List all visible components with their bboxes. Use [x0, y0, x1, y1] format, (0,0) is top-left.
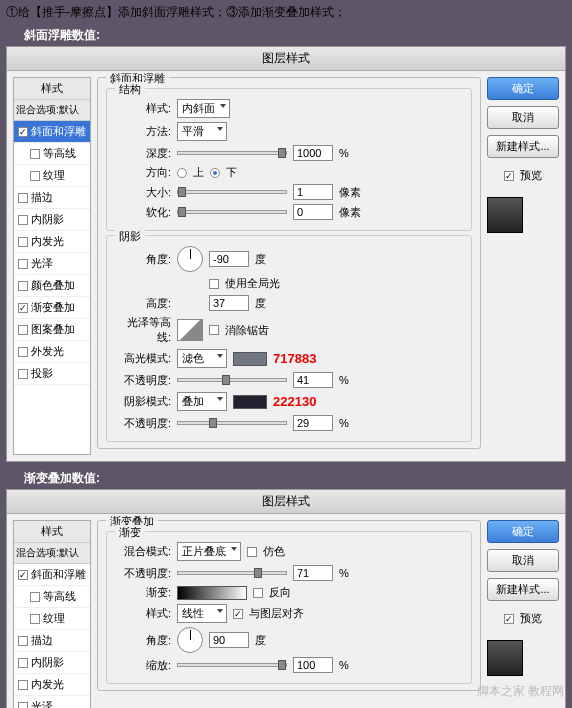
check-icon[interactable]	[18, 325, 28, 335]
style-bevel[interactable]: 斜面和浮雕	[14, 564, 90, 586]
panel2-label: 渐变叠加数值:	[0, 468, 572, 489]
instruction-text: ①给【推手-摩擦点】添加斜面浮雕样式；③添加渐变叠加样式；	[0, 0, 572, 25]
check-icon[interactable]	[18, 127, 28, 137]
style-texture[interactable]: 纹理	[14, 165, 90, 187]
check-icon[interactable]	[18, 259, 28, 269]
shadow-title: 阴影	[115, 229, 145, 244]
style-stroke[interactable]: 描边	[14, 187, 90, 209]
altitude-label: 高度:	[115, 296, 171, 311]
cancel-button[interactable]: 取消	[487, 549, 559, 572]
check-icon[interactable]	[18, 215, 28, 225]
check-icon[interactable]	[18, 237, 28, 247]
angle-dial[interactable]	[177, 246, 203, 272]
size-input[interactable]: 1	[293, 184, 333, 200]
check-icon[interactable]	[30, 149, 40, 159]
altitude-input[interactable]: 37	[209, 295, 249, 311]
global-check[interactable]	[209, 279, 219, 289]
style-drop-shadow[interactable]: 投影	[14, 363, 90, 385]
blend-select[interactable]: 正片叠底	[177, 542, 241, 561]
angle-dial[interactable]	[177, 627, 203, 653]
styles-header[interactable]: 样式	[14, 78, 90, 100]
antialias-check[interactable]	[209, 325, 219, 335]
check-icon[interactable]	[30, 171, 40, 181]
scale-input[interactable]: 100	[293, 657, 333, 673]
new-style-button[interactable]: 新建样式...	[487, 135, 559, 158]
method-select[interactable]: 平滑	[177, 122, 227, 141]
shadow-annot: 222130	[273, 394, 316, 409]
style-inner-glow[interactable]: 内发光	[14, 231, 90, 253]
size-slider[interactable]	[177, 190, 287, 194]
blend-default[interactable]: 混合选项:默认	[14, 543, 90, 564]
radio-up[interactable]	[177, 168, 187, 178]
button-column: 确定 取消 新建样式... 预览	[487, 520, 559, 708]
opacity-slider[interactable]	[177, 571, 287, 575]
bevel-group: 斜面和浮雕 结构 样式:内斜面 方法:平滑 深度:1000% 方向:上下 大小:…	[97, 77, 481, 449]
check-icon[interactable]	[18, 347, 28, 357]
align-check[interactable]	[233, 609, 243, 619]
style-satin[interactable]: 光泽	[14, 253, 90, 275]
shadow-mode-select[interactable]: 叠加	[177, 392, 227, 411]
check-icon[interactable]	[18, 636, 28, 646]
gradient-swatch[interactable]	[177, 586, 247, 600]
angle-input[interactable]: 90	[209, 632, 249, 648]
styles-header[interactable]: 样式	[14, 521, 90, 543]
scale-slider[interactable]	[177, 663, 287, 667]
style-inner-shadow[interactable]: 内阴影	[14, 209, 90, 231]
check-icon[interactable]	[18, 680, 28, 690]
check-icon[interactable]	[18, 570, 28, 580]
gloss-contour[interactable]	[177, 319, 203, 341]
style-pattern-overlay[interactable]: 图案叠加	[14, 319, 90, 341]
style-texture[interactable]: 纹理	[14, 608, 90, 630]
radio-down[interactable]	[210, 168, 220, 178]
opacity-input[interactable]: 71	[293, 565, 333, 581]
preview-check[interactable]	[504, 614, 514, 624]
dither-check[interactable]	[247, 547, 257, 557]
style-outer-glow[interactable]: 外发光	[14, 341, 90, 363]
style-list: 样式 混合选项:默认 斜面和浮雕 等高线 纹理 描边 内阴影 内发光 光泽 颜色…	[13, 77, 91, 455]
style-inner-glow[interactable]: 内发光	[14, 674, 90, 696]
ok-button[interactable]: 确定	[487, 77, 559, 100]
check-icon[interactable]	[18, 369, 28, 379]
style-stroke[interactable]: 描边	[14, 630, 90, 652]
check-icon[interactable]	[18, 281, 28, 291]
style-select[interactable]: 内斜面	[177, 99, 230, 118]
style-satin[interactable]: 光泽	[14, 696, 90, 708]
shadow-mode-label: 阴影模式:	[115, 394, 171, 409]
hilite-op-slider[interactable]	[177, 378, 287, 382]
check-icon[interactable]	[18, 193, 28, 203]
shadow-color[interactable]	[233, 395, 267, 409]
soften-slider[interactable]	[177, 210, 287, 214]
style-bevel[interactable]: 斜面和浮雕	[14, 121, 90, 143]
angle-label: 角度:	[115, 252, 171, 267]
hilite-mode-select[interactable]: 滤色	[177, 349, 227, 368]
soften-input[interactable]: 0	[293, 204, 333, 220]
preview-check[interactable]	[504, 171, 514, 181]
style-inner-shadow[interactable]: 内阴影	[14, 652, 90, 674]
blend-default[interactable]: 混合选项:默认	[14, 100, 90, 121]
check-icon[interactable]	[18, 303, 28, 313]
angle-input[interactable]: -90	[209, 251, 249, 267]
depth-slider[interactable]	[177, 151, 287, 155]
blend-label: 混合模式:	[115, 544, 171, 559]
method-label: 方法:	[115, 124, 171, 139]
style-gradient-overlay[interactable]: 渐变叠加	[14, 297, 90, 319]
style-color-overlay[interactable]: 颜色叠加	[14, 275, 90, 297]
shadow-op-input[interactable]: 29	[293, 415, 333, 431]
grad-style-select[interactable]: 线性	[177, 604, 227, 623]
style-contour[interactable]: 等高线	[14, 143, 90, 165]
check-icon[interactable]	[18, 658, 28, 668]
hilite-op-input[interactable]: 41	[293, 372, 333, 388]
check-icon[interactable]	[30, 614, 40, 624]
ok-button[interactable]: 确定	[487, 520, 559, 543]
depth-input[interactable]: 1000	[293, 145, 333, 161]
reverse-check[interactable]	[253, 588, 263, 598]
check-icon[interactable]	[18, 702, 28, 709]
gloss-label: 光泽等高线:	[115, 315, 171, 345]
preview-swatch	[487, 197, 523, 233]
new-style-button[interactable]: 新建样式...	[487, 578, 559, 601]
shadow-op-slider[interactable]	[177, 421, 287, 425]
check-icon[interactable]	[30, 592, 40, 602]
cancel-button[interactable]: 取消	[487, 106, 559, 129]
style-contour[interactable]: 等高线	[14, 586, 90, 608]
hilite-color[interactable]	[233, 352, 267, 366]
